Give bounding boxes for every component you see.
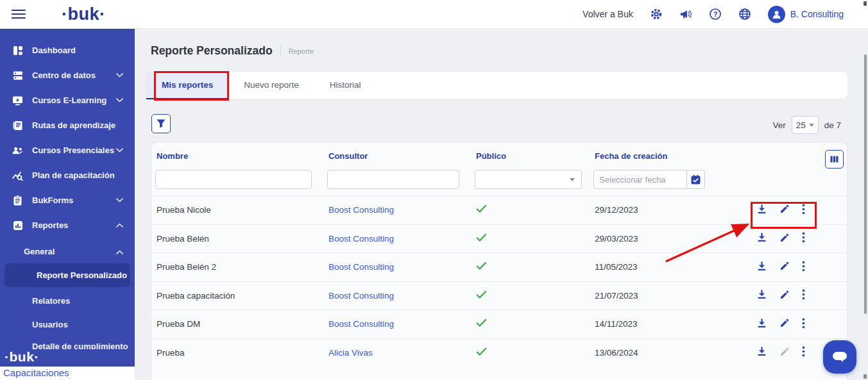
sidebar-item-dashboard[interactable]: Dashboard: [0, 38, 135, 63]
edit-button[interactable]: [779, 233, 790, 245]
check-icon: [476, 320, 487, 329]
sidebar-item-label: Dashboard: [32, 45, 76, 55]
chat-widget-button[interactable]: [823, 340, 856, 374]
gear-icon[interactable]: [650, 8, 663, 21]
download-button[interactable]: [756, 346, 767, 359]
breadcrumb-divider: [280, 45, 281, 57]
account-menu[interactable]: B. Consulting: [768, 6, 844, 23]
page-title: Reporte Personalizado: [151, 44, 273, 58]
consultor-link[interactable]: Boost Consulting: [328, 205, 394, 215]
cell-fecha: 21/07/2023: [590, 291, 751, 301]
hamburger-menu-icon[interactable]: [12, 10, 26, 19]
globe-icon[interactable]: [738, 8, 751, 21]
sidebar-item-usuarios[interactable]: Usuarios: [0, 313, 135, 336]
tab-mis-reportes[interactable]: Mis reportes: [146, 72, 228, 99]
sidebar-item-reportes[interactable]: Reportes: [0, 213, 135, 238]
more-actions-button[interactable]: [802, 318, 805, 331]
consultor-link[interactable]: Boost Consulting: [328, 319, 394, 329]
sidebar-item-general[interactable]: General: [0, 242, 135, 261]
sidebar-item-label: Detalle de cumplimiento: [32, 342, 128, 349]
table-row: Prueba Belén 2Boost Consulting11/05/2023: [151, 252, 847, 281]
tab-historial[interactable]: Historial: [314, 72, 377, 99]
sidebar-item-label: Centro de datos: [32, 70, 96, 80]
publico-filter-select[interactable]: [475, 170, 582, 189]
column-header-p-blico[interactable]: Público: [471, 151, 590, 161]
sidebar-item-bukforms[interactable]: BukForms: [0, 188, 135, 213]
column-header-fecha-de-creaci-n[interactable]: Fecha de creación: [590, 151, 751, 161]
more-actions-button[interactable]: [802, 261, 805, 274]
consultor-link[interactable]: Alicia Vivas: [328, 348, 373, 358]
edit-button[interactable]: [779, 261, 790, 273]
page-scrollbar[interactable]: [862, 0, 868, 380]
sidebar-item-relatores[interactable]: Relatores: [0, 289, 135, 313]
sidebar: DashboardCentro de datosCursos E-Learnin…: [0, 29, 135, 380]
sidebar-item-plan-de-capacitaci-n[interactable]: Plan de capacitación: [0, 163, 135, 188]
download-button[interactable]: [756, 204, 767, 217]
sidebar-item-cursos-presenciales[interactable]: Cursos Presenciales: [0, 138, 135, 163]
cell-nombre: Prueba: [151, 348, 323, 358]
download-button[interactable]: [756, 261, 767, 274]
consultor-link[interactable]: Boost Consulting: [328, 262, 394, 272]
sidebar-subheader-label: General: [24, 247, 55, 256]
routes-icon: [12, 119, 24, 131]
chevron-up-icon: [116, 247, 123, 256]
table-row: Prueba DMBoost Consulting14/11/2023: [151, 310, 847, 338]
edit-icon: [779, 347, 790, 359]
sidebar-item-label: Reporte Personalizado: [37, 270, 127, 280]
consultor-filter-input[interactable]: [327, 170, 459, 189]
consultor-link[interactable]: Boost Consulting: [328, 291, 394, 301]
scrollbar-arrow-down[interactable]: [864, 374, 867, 379]
calendar-button[interactable]: [687, 170, 705, 189]
edit-button[interactable]: [779, 290, 790, 302]
more-actions-button[interactable]: [802, 204, 805, 217]
more-actions-button[interactable]: [802, 289, 805, 302]
kebab-menu-icon: [802, 289, 805, 302]
sidebar-item-centro-de-datos[interactable]: Centro de datos: [0, 63, 135, 88]
sidebar-item-detalle-de-cumplimiento[interactable]: Detalle de cumplimiento: [0, 342, 135, 349]
columns-icon: [830, 154, 839, 164]
total-label: de 7: [824, 120, 841, 130]
fecha-filter-input[interactable]: [593, 170, 687, 189]
help-icon[interactable]: ?: [709, 8, 722, 21]
consultor-link[interactable]: Boost Consulting: [328, 234, 394, 244]
cell-fecha: 14/11/2023: [590, 319, 751, 329]
more-actions-button[interactable]: [802, 346, 805, 359]
nombre-filter-input[interactable]: [155, 170, 312, 189]
sidebar-item-label: Relatores: [32, 296, 70, 306]
cell-fecha: 29/12/2023: [590, 205, 751, 215]
table-row: Prueba BelénBoost Consulting29/03/2023: [151, 224, 847, 253]
column-header-consultor[interactable]: Consultor: [323, 151, 471, 161]
download-button[interactable]: [756, 289, 767, 302]
download-button[interactable]: [756, 318, 767, 331]
edit-button[interactable]: [779, 204, 790, 216]
svg-text:?: ?: [713, 10, 717, 18]
reports-table: NombreConsultorPúblicoFecha de creación …: [151, 142, 847, 380]
main-content: Reporte Personalizado Reporte Mis report…: [135, 29, 868, 380]
sidebar-footer: ·buk· Capacitaciones: [0, 349, 135, 380]
chevron-down-icon: [116, 198, 123, 202]
account-name: B. Consulting: [790, 9, 844, 19]
more-actions-button[interactable]: [802, 232, 805, 245]
calendar-icon: [690, 174, 701, 185]
megaphone-icon[interactable]: [679, 8, 692, 21]
download-button[interactable]: [756, 232, 767, 245]
check-icon: [476, 235, 487, 244]
kebab-menu-icon: [802, 261, 805, 274]
page-size-select[interactable]: 25: [792, 116, 819, 134]
sidebar-item-cursos-e-learning[interactable]: Cursos E-Learning: [0, 88, 135, 113]
sidebar-buk-logo: ·buk·: [0, 349, 135, 367]
edit-button[interactable]: [779, 318, 790, 330]
filter-button[interactable]: [151, 114, 171, 133]
kebab-menu-icon: [802, 346, 805, 359]
scrollbar-arrow-up[interactable]: [864, 1, 867, 6]
volver-a-buk-link[interactable]: Volver a Buk: [583, 9, 633, 19]
download-icon: [756, 261, 767, 274]
columns-button[interactable]: [825, 150, 844, 169]
column-header-nombre[interactable]: Nombre: [151, 151, 323, 161]
edit-icon: [779, 233, 790, 245]
check-icon: [476, 206, 487, 215]
sidebar-item-rutas-de-aprendizaje[interactable]: Rutas de aprendizaje: [0, 113, 135, 138]
tab-nuevo-reporte[interactable]: Nuevo reporte: [228, 72, 314, 99]
scrollbar-thumb[interactable]: [864, 54, 867, 314]
sidebar-item-reporte-personalizado[interactable]: Reporte Personalizado: [4, 263, 130, 287]
